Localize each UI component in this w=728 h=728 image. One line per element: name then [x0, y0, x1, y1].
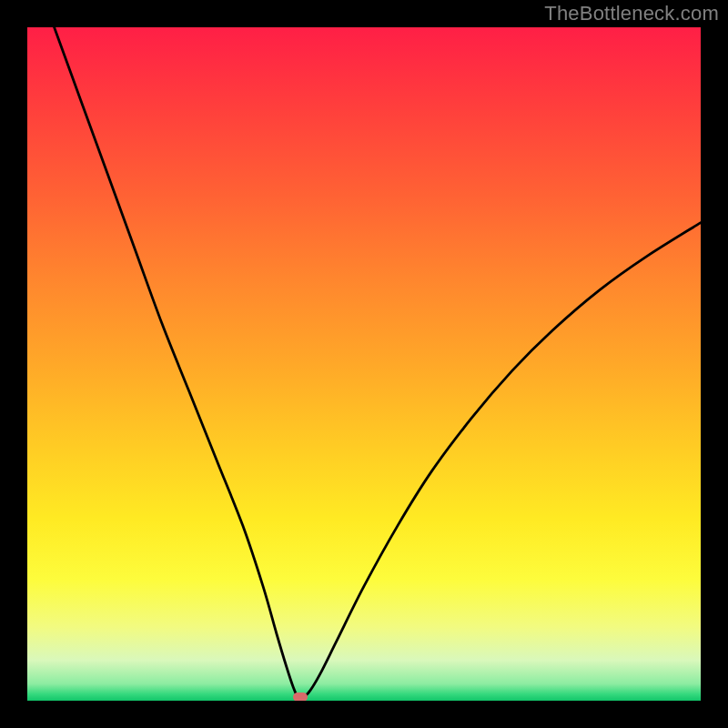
- minimum-marker: [293, 693, 308, 701]
- chart-frame: TheBottleneck.com: [0, 0, 728, 728]
- watermark-text: TheBottleneck.com: [544, 2, 719, 25]
- bottleneck-curve: [27, 27, 701, 701]
- plot-area: [27, 27, 701, 701]
